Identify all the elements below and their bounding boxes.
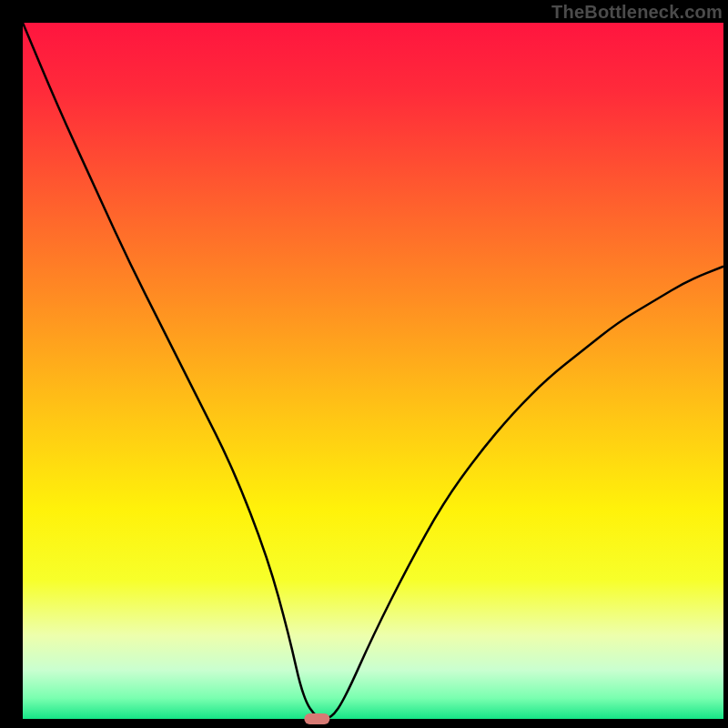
optimal-marker: [304, 713, 329, 724]
bottleneck-chart: [0, 0, 728, 728]
chart-frame: TheBottleneck.com: [0, 0, 728, 728]
watermark-text: TheBottleneck.com: [551, 2, 723, 23]
plot-background: [23, 23, 723, 719]
